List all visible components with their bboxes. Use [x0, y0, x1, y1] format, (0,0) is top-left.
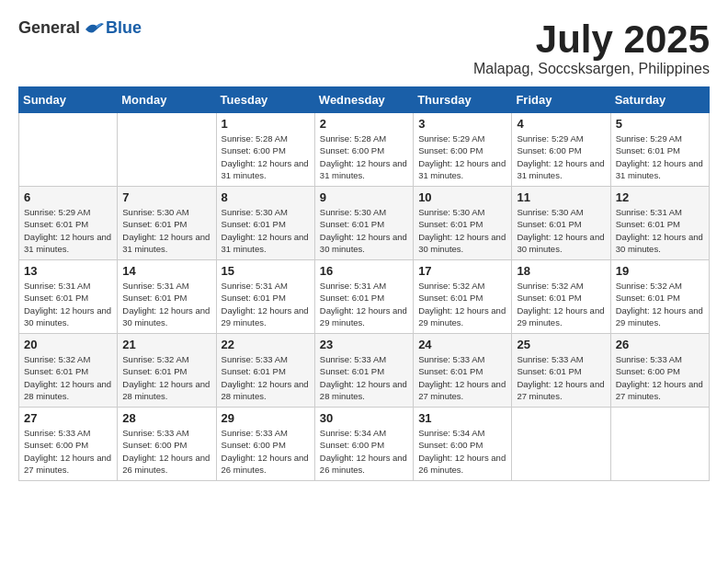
day-number: 29 — [222, 411, 310, 425]
day-info: Sunrise: 5:33 AM Sunset: 6:00 PM Dayligh… — [24, 427, 112, 476]
calendar-day-cell: 7Sunrise: 5:30 AM Sunset: 6:01 PM Daylig… — [118, 187, 216, 260]
day-number: 16 — [320, 264, 408, 278]
day-info: Sunrise: 5:34 AM Sunset: 6:00 PM Dayligh… — [418, 427, 506, 476]
weekday-header: Thursday — [414, 87, 512, 113]
calendar-day-cell: 20Sunrise: 5:32 AM Sunset: 6:01 PM Dayli… — [19, 334, 118, 408]
day-info: Sunrise: 5:33 AM Sunset: 6:00 PM Dayligh… — [616, 353, 704, 402]
calendar-day-cell: 27Sunrise: 5:33 AM Sunset: 6:00 PM Dayli… — [19, 408, 118, 481]
calendar-day-cell — [610, 408, 709, 481]
calendar-day-cell: 2Sunrise: 5:28 AM Sunset: 6:00 PM Daylig… — [314, 113, 413, 187]
calendar-day-cell: 1Sunrise: 5:28 AM Sunset: 6:00 PM Daylig… — [216, 113, 314, 187]
month-title: July 2025 — [473, 18, 710, 61]
day-info: Sunrise: 5:28 AM Sunset: 6:00 PM Dayligh… — [320, 132, 408, 181]
calendar-header-row: SundayMondayTuesdayWednesdayThursdayFrid… — [19, 87, 710, 113]
day-number: 31 — [418, 411, 506, 425]
title-area: July 2025 Malapag, Soccsksargen, Philipp… — [473, 18, 710, 77]
day-info: Sunrise: 5:31 AM Sunset: 6:01 PM Dayligh… — [320, 280, 408, 328]
calendar-day-cell: 21Sunrise: 5:32 AM Sunset: 6:01 PM Dayli… — [118, 334, 216, 408]
calendar-day-cell: 10Sunrise: 5:30 AM Sunset: 6:01 PM Dayli… — [414, 187, 512, 260]
day-info: Sunrise: 5:32 AM Sunset: 6:01 PM Dayligh… — [24, 353, 112, 402]
day-info: Sunrise: 5:31 AM Sunset: 6:01 PM Dayligh… — [616, 206, 704, 255]
day-info: Sunrise: 5:29 AM Sunset: 6:01 PM Dayligh… — [616, 132, 704, 181]
day-info: Sunrise: 5:31 AM Sunset: 6:01 PM Dayligh… — [24, 280, 112, 328]
calendar-day-cell: 11Sunrise: 5:30 AM Sunset: 6:01 PM Dayli… — [512, 187, 610, 260]
calendar-day-cell: 13Sunrise: 5:31 AM Sunset: 6:01 PM Dayli… — [19, 260, 118, 334]
day-info: Sunrise: 5:30 AM Sunset: 6:01 PM Dayligh… — [418, 206, 506, 255]
day-info: Sunrise: 5:33 AM Sunset: 6:00 PM Dayligh… — [222, 427, 310, 476]
day-number: 23 — [320, 338, 408, 351]
calendar-day-cell: 28Sunrise: 5:33 AM Sunset: 6:00 PM Dayli… — [118, 408, 216, 481]
location: Malapag, Soccsksargen, Philippines — [473, 61, 710, 77]
calendar-day-cell: 6Sunrise: 5:29 AM Sunset: 6:01 PM Daylig… — [19, 187, 118, 260]
day-number: 22 — [222, 338, 310, 351]
calendar-day-cell: 9Sunrise: 5:30 AM Sunset: 6:01 PM Daylig… — [314, 187, 413, 260]
logo-bird-icon — [84, 20, 104, 37]
weekday-header: Tuesday — [216, 87, 314, 113]
day-info: Sunrise: 5:32 AM Sunset: 6:01 PM Dayligh… — [418, 280, 506, 328]
calendar-table: SundayMondayTuesdayWednesdayThursdayFrid… — [18, 86, 710, 481]
day-number: 21 — [122, 338, 210, 351]
day-number: 4 — [517, 117, 605, 131]
weekday-header: Sunday — [19, 87, 118, 113]
weekday-header: Monday — [118, 87, 216, 113]
day-number: 14 — [122, 264, 210, 278]
day-info: Sunrise: 5:32 AM Sunset: 6:01 PM Dayligh… — [122, 353, 210, 402]
day-info: Sunrise: 5:32 AM Sunset: 6:01 PM Dayligh… — [616, 280, 704, 328]
day-number: 3 — [418, 117, 506, 131]
day-info: Sunrise: 5:30 AM Sunset: 6:01 PM Dayligh… — [122, 206, 210, 255]
day-number: 13 — [24, 264, 112, 278]
day-info: Sunrise: 5:29 AM Sunset: 6:00 PM Dayligh… — [418, 132, 506, 181]
calendar-week-row: 27Sunrise: 5:33 AM Sunset: 6:00 PM Dayli… — [19, 408, 710, 481]
day-number: 26 — [616, 338, 704, 351]
day-info: Sunrise: 5:30 AM Sunset: 6:01 PM Dayligh… — [320, 206, 408, 255]
day-info: Sunrise: 5:33 AM Sunset: 6:01 PM Dayligh… — [418, 353, 506, 402]
day-info: Sunrise: 5:29 AM Sunset: 6:01 PM Dayligh… — [24, 206, 112, 255]
day-number: 10 — [418, 190, 506, 204]
day-info: Sunrise: 5:33 AM Sunset: 6:01 PM Dayligh… — [320, 353, 408, 402]
logo: General Blue — [18, 18, 142, 38]
calendar-week-row: 20Sunrise: 5:32 AM Sunset: 6:01 PM Dayli… — [19, 334, 710, 408]
day-number: 15 — [222, 264, 310, 278]
day-number: 19 — [616, 264, 704, 278]
calendar-day-cell: 17Sunrise: 5:32 AM Sunset: 6:01 PM Dayli… — [414, 260, 512, 334]
day-number: 25 — [517, 338, 605, 351]
weekday-header: Saturday — [610, 87, 709, 113]
calendar-week-row: 13Sunrise: 5:31 AM Sunset: 6:01 PM Dayli… — [19, 260, 710, 334]
day-info: Sunrise: 5:29 AM Sunset: 6:00 PM Dayligh… — [517, 132, 605, 181]
calendar-day-cell: 26Sunrise: 5:33 AM Sunset: 6:00 PM Dayli… — [610, 334, 709, 408]
day-info: Sunrise: 5:33 AM Sunset: 6:01 PM Dayligh… — [517, 353, 605, 402]
calendar-day-cell: 19Sunrise: 5:32 AM Sunset: 6:01 PM Dayli… — [610, 260, 709, 334]
calendar-day-cell: 18Sunrise: 5:32 AM Sunset: 6:01 PM Dayli… — [512, 260, 610, 334]
day-info: Sunrise: 5:31 AM Sunset: 6:01 PM Dayligh… — [222, 280, 310, 328]
day-number: 1 — [222, 117, 310, 131]
calendar-day-cell — [512, 408, 610, 481]
calendar-week-row: 6Sunrise: 5:29 AM Sunset: 6:01 PM Daylig… — [19, 187, 710, 260]
calendar-day-cell: 5Sunrise: 5:29 AM Sunset: 6:01 PM Daylig… — [610, 113, 709, 187]
calendar-day-cell: 31Sunrise: 5:34 AM Sunset: 6:00 PM Dayli… — [414, 408, 512, 481]
day-info: Sunrise: 5:28 AM Sunset: 6:00 PM Dayligh… — [222, 132, 310, 181]
calendar-day-cell: 22Sunrise: 5:33 AM Sunset: 6:01 PM Dayli… — [216, 334, 314, 408]
calendar-day-cell — [118, 113, 216, 187]
calendar-day-cell: 23Sunrise: 5:33 AM Sunset: 6:01 PM Dayli… — [314, 334, 413, 408]
calendar-day-cell: 30Sunrise: 5:34 AM Sunset: 6:00 PM Dayli… — [314, 408, 413, 481]
day-number: 17 — [418, 264, 506, 278]
day-number: 12 — [616, 190, 704, 204]
calendar-day-cell: 25Sunrise: 5:33 AM Sunset: 6:01 PM Dayli… — [512, 334, 610, 408]
day-number: 20 — [24, 338, 112, 351]
calendar-week-row: 1Sunrise: 5:28 AM Sunset: 6:00 PM Daylig… — [19, 113, 710, 187]
weekday-header: Friday — [512, 87, 610, 113]
logo-general-text: General — [18, 18, 80, 38]
day-number: 7 — [122, 190, 210, 204]
weekday-header: Wednesday — [314, 87, 413, 113]
day-number: 24 — [418, 338, 506, 351]
calendar-day-cell: 24Sunrise: 5:33 AM Sunset: 6:01 PM Dayli… — [414, 334, 512, 408]
day-number: 18 — [517, 264, 605, 278]
day-number: 8 — [222, 190, 310, 204]
day-info: Sunrise: 5:30 AM Sunset: 6:01 PM Dayligh… — [222, 206, 310, 255]
day-info: Sunrise: 5:30 AM Sunset: 6:01 PM Dayligh… — [517, 206, 605, 255]
day-number: 9 — [320, 190, 408, 204]
calendar-day-cell: 4Sunrise: 5:29 AM Sunset: 6:00 PM Daylig… — [512, 113, 610, 187]
day-info: Sunrise: 5:31 AM Sunset: 6:01 PM Dayligh… — [122, 280, 210, 328]
day-number: 27 — [24, 411, 112, 425]
calendar-day-cell: 12Sunrise: 5:31 AM Sunset: 6:01 PM Dayli… — [610, 187, 709, 260]
